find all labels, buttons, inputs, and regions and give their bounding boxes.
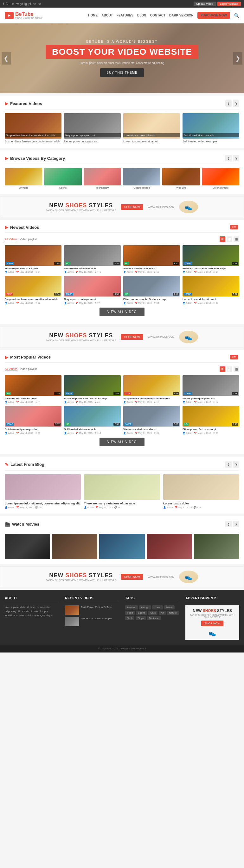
popular-compact-view[interactable]: ▦ — [234, 366, 239, 372]
blog-card-1[interactable]: There are many variations of passage 👤 A… — [84, 474, 160, 509]
footer-tag-9[interactable]: Tech — [125, 616, 134, 620]
category-item-1[interactable]: Sports — [44, 168, 81, 189]
video-card-3[interactable]: 1080P 1:48 Neque porro quisquam est 👤 Ad… — [183, 375, 239, 403]
video-card-3[interactable]: 1080P 7:48 Etiam eu purus ante. Sed at e… — [183, 245, 239, 273]
ad-banner-3-shop-btn[interactable]: SHOP NOW — [121, 574, 143, 580]
ad-banner-2-heading: NEW SHOES STYLES — [46, 332, 116, 339]
logo[interactable]: ▶ BeTube VIDEO MAGAZINE THEME — [5, 11, 43, 19]
social-in[interactable]: in — [11, 2, 14, 6]
featured-video-0[interactable]: Suspendisse fermentum condimentum nibh S… — [5, 113, 61, 143]
nav-home[interactable]: HOME — [88, 13, 98, 17]
video-card-2[interactable]: HD 1:15 Vivamus sed ultrices diam 👤 Admi… — [123, 245, 180, 273]
footer-tag-11[interactable]: Business — [147, 616, 161, 620]
footer-tag-6[interactable]: Cars — [148, 611, 158, 615]
category-item-2[interactable]: Technology — [84, 168, 121, 189]
hero-next-arrow[interactable]: ❯ — [233, 52, 242, 65]
newest-grid-view[interactable]: ⊞ — [220, 237, 225, 242]
category-item-3[interactable]: Uncategorized — [123, 168, 160, 189]
video-card-0[interactable]: 1080P 1:48 Multi Player Post in BeTube 👤… — [5, 245, 61, 273]
category-item-4[interactable]: Wild Life — [162, 168, 200, 189]
video-card-4[interactable]: 720P 9:14 Suspendisse fermentum condimen… — [5, 276, 61, 304]
category-item-0[interactable]: Olympic — [5, 168, 42, 189]
blog-card-0[interactable]: Lorem ipsum dolor sit amet, consectetur … — [5, 474, 81, 509]
nav-contact[interactable]: CONTACT — [150, 13, 165, 17]
featured-prev-btn[interactable]: ❮ — [225, 100, 232, 106]
popular-filter-bar: All Videos Video playlist ⊞ ☰ ▦ — [5, 366, 239, 372]
hero-cta-button[interactable]: BUY THIS THEME — [100, 68, 143, 77]
footer-recent-video-1[interactable]: Self Hosted Video example — [65, 617, 119, 626]
newest-list-view[interactable]: ☰ — [226, 237, 232, 242]
video-card-0[interactable]: HD 1:15 Vivamus sed ultrices diam 👤 Admi… — [5, 375, 61, 403]
social-g[interactable]: G+ — [6, 2, 10, 6]
newest-compact-view[interactable]: ▦ — [234, 237, 239, 242]
newest-view-all-btn[interactable]: VIEW ALL VIDEO — [100, 308, 144, 316]
footer-tag-0[interactable]: Fashion — [125, 606, 138, 610]
social-be[interactable]: be — [33, 2, 36, 6]
search-icon[interactable]: 🔍 — [234, 13, 239, 18]
social-ig[interactable]: ig — [24, 2, 27, 6]
movies-prev-btn[interactable]: ❮ — [225, 521, 232, 527]
blog-card-2[interactable]: Lorem ipsum dolor 👤 Admin 📅 May 31, 2015… — [163, 474, 239, 509]
social-f[interactable]: f — [3, 2, 4, 6]
hero-prev-arrow[interactable]: ❮ — [2, 52, 11, 65]
popular-filter-all[interactable]: All Videos — [5, 367, 18, 371]
ad-banner-2-shop-btn[interactable]: SHOP NOW — [121, 334, 143, 340]
movie-card-1[interactable] — [52, 534, 97, 559]
footer-recent-video-0[interactable]: Multi Player Post in BeTube — [65, 606, 119, 615]
nav-blog[interactable]: BLOG — [137, 13, 146, 17]
category-item-5[interactable]: Entertainment — [202, 168, 239, 189]
video-card-2[interactable]: 720P 9:14 Suspendisse fermentum condimen… — [123, 375, 180, 403]
social-pi[interactable]: pi — [29, 2, 31, 6]
social-yt[interactable]: yt — [20, 2, 23, 6]
movie-card-4[interactable] — [194, 534, 239, 559]
footer-ad-shop-btn[interactable]: SHOP NOW — [201, 621, 223, 626]
ad-banner-1-shop-btn[interactable]: SHOP NOW — [121, 204, 143, 210]
category-next-btn[interactable]: ❯ — [233, 155, 239, 161]
video-author-6: 👤 Admin — [123, 302, 133, 304]
newest-filter-playlist[interactable]: Video playlist — [20, 238, 37, 241]
movie-card-0[interactable] — [5, 534, 50, 559]
popular-view-all-btn[interactable]: VIEW ALL VIDEO — [100, 438, 144, 446]
popular-filter-playlist[interactable]: Video playlist — [20, 367, 37, 371]
featured-video-2[interactable]: Lorem ipsum dolor sit amet Lorem ipsum d… — [123, 113, 180, 143]
featured-video-3[interactable]: Self Hosted Video example Self Hosted Vi… — [183, 113, 239, 143]
footer-tag-10[interactable]: Blogs — [136, 616, 146, 620]
social-tw[interactable]: tw — [16, 2, 19, 6]
blog-next-btn[interactable]: ❯ — [233, 461, 239, 468]
video-card-6[interactable]: HD 7:11 Etiam eu purus ante. Sed at ex t… — [123, 276, 180, 304]
blog-prev-btn[interactable]: ❮ — [225, 461, 232, 468]
footer-tag-1[interactable]: Design — [139, 606, 151, 610]
video-card-4[interactable]: 1080P 3:17 Dui dolorem ipsum que do 👤 Ad… — [5, 406, 61, 434]
footer-tag-5[interactable]: Sports — [136, 611, 147, 615]
popular-list-view[interactable]: ☰ — [226, 366, 232, 372]
upload-video-button[interactable]: Upload Video — [194, 2, 216, 6]
social-sc[interactable]: sc — [38, 2, 41, 6]
nav-about[interactable]: ABOUT — [101, 13, 113, 17]
featured-video-1[interactable]: Neque porro quisquam est Neque porro qui… — [64, 113, 121, 143]
login-register-button[interactable]: Login/Register — [217, 2, 241, 6]
video-card-7[interactable]: HD 7:48 Etiam purus. Sed at ex turpi 👤 A… — [183, 406, 239, 434]
movies-next-btn[interactable]: ❯ — [233, 521, 239, 527]
newest-filter-all[interactable]: All Videos — [5, 238, 18, 241]
video-card-5[interactable]: 1080P 3:50 Neque porro quisquam est 👤 Ad… — [64, 276, 121, 304]
featured-next-btn[interactable]: ❯ — [233, 100, 239, 106]
category-prev-btn[interactable]: ❮ — [225, 155, 232, 161]
popular-hd-toggle[interactable]: HD — [230, 355, 238, 360]
footer-tag-8[interactable]: Nature — [167, 611, 179, 615]
footer-tag-3[interactable]: Music — [164, 606, 174, 610]
footer-tag-4[interactable]: Food — [125, 611, 135, 615]
movie-card-3[interactable] — [147, 534, 192, 559]
nav-purchase[interactable]: PURCHASE NOW — [197, 12, 230, 19]
video-card-5[interactable]: HD 2:30 Self Hosted Video example 👤 Admi… — [64, 406, 121, 434]
movie-card-2[interactable] — [99, 534, 144, 559]
popular-grid-view[interactable]: ⊞ — [220, 366, 225, 372]
video-card-6[interactable]: 1080P 5:07 Vivamus sed ultrices diam 👤 A… — [123, 406, 180, 434]
nav-dark[interactable]: DARK VERSION — [169, 13, 194, 17]
video-card-7[interactable]: 1080P 5:22 Lorem ipsum dolor sit amet 👤 … — [183, 276, 239, 304]
newest-hd-toggle[interactable]: HD — [230, 225, 238, 229]
footer-tag-7[interactable]: Art — [159, 611, 166, 615]
video-card-1[interactable]: HD 2:30 Self Hosted Video example 👤 Admi… — [64, 245, 121, 273]
footer-tag-2[interactable]: Travel — [152, 606, 163, 610]
nav-features[interactable]: FEATURES — [117, 13, 133, 17]
video-card-1[interactable]: 1080P 1:48 Etiam eu purus ante. Sed at e… — [64, 375, 121, 403]
